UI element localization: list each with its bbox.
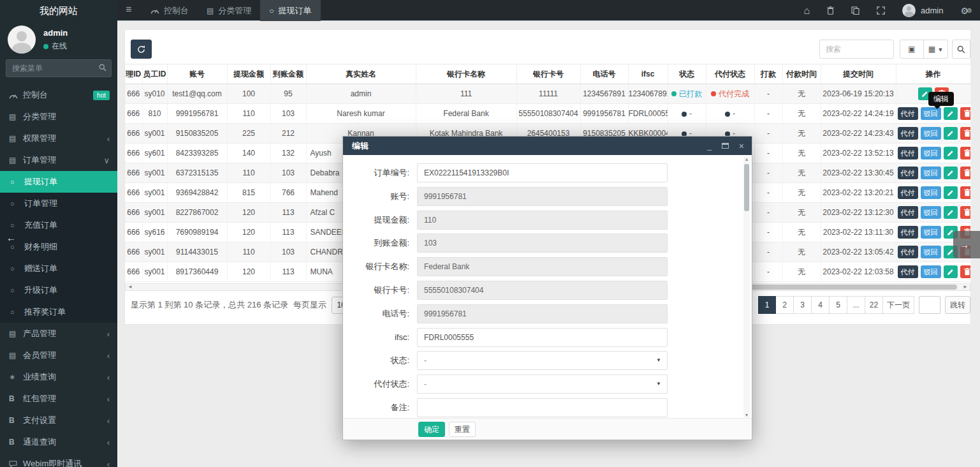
field-input-备注:[interactable] (417, 398, 668, 417)
sidebar-item-充值订单[interactable]: ○充值订单 (0, 214, 117, 236)
modal-scrollbar[interactable]: ▲ ▼ (743, 157, 750, 417)
clipboard-icon[interactable] (851, 6, 859, 15)
sidebar-item-财务明细[interactable]: ○财务明细 (0, 236, 117, 258)
table-search-input[interactable] (819, 40, 894, 59)
jump-button[interactable]: 跳转 (945, 296, 970, 314)
edit-button[interactable] (944, 206, 958, 219)
delete-button[interactable] (960, 147, 971, 159)
modal-header[interactable]: 编辑 _ × (343, 137, 752, 155)
daifu-button[interactable]: 代付 (898, 107, 918, 120)
fullscreen-icon[interactable] (877, 6, 885, 15)
column-header-电话号[interactable]: 电话号 (580, 64, 628, 84)
sidebar-item-业绩查询[interactable]: ∗业绩查询‹ (0, 366, 117, 388)
column-header-银行卡名称[interactable]: 银行卡名称 (416, 64, 516, 84)
bohui-button[interactable]: 驳回 (921, 107, 941, 120)
sidebar-search-input[interactable] (6, 59, 112, 77)
column-header-ifsc[interactable]: ifsc (628, 64, 668, 84)
trash-icon[interactable] (827, 6, 834, 15)
columns-button[interactable]: ▦ ▼ (924, 40, 948, 59)
sidebar-item-推荐奖订单[interactable]: ○推荐奖订单 (0, 301, 117, 323)
sidebar-item-红包管理[interactable]: B红包管理‹ (0, 388, 117, 410)
column-header-操作[interactable]: 操作 (896, 64, 970, 84)
sidebar-item-控制台[interactable]: 控制台hot (0, 84, 117, 106)
daifu-button[interactable]: 代付 (898, 167, 918, 179)
delete-button[interactable] (960, 186, 971, 199)
edit-button[interactable] (944, 127, 958, 140)
page-button-5[interactable]: 5 (830, 296, 847, 314)
bohui-button[interactable]: 驳回 (921, 265, 941, 278)
edit-button[interactable] (944, 265, 958, 278)
close-icon[interactable]: × (739, 142, 744, 151)
menu-toggle-icon[interactable]: ≡ (126, 4, 131, 15)
sidebar-item-订单管理[interactable]: ▤订单管理∨ (0, 149, 117, 171)
tab-控制台[interactable]: 控制台 (142, 0, 198, 21)
page-button-22[interactable]: 22 (865, 296, 883, 314)
reset-button[interactable]: 重置 (449, 422, 476, 437)
tab-分类管理[interactable]: ▤分类管理 (198, 0, 260, 21)
sidebar-item-通道查询[interactable]: B通道查询‹ (0, 431, 117, 453)
scroll-down-icon[interactable]: ▼ (743, 413, 750, 417)
bohui-button[interactable]: 驳回 (921, 127, 941, 140)
delete-button[interactable] (960, 127, 971, 140)
delete-button[interactable] (960, 206, 971, 219)
home-icon[interactable]: ⌂ (803, 5, 810, 17)
column-header-打款[interactable]: 打款 (754, 64, 782, 84)
search-button[interactable] (952, 40, 970, 59)
sidebar-item-分类管理[interactable]: ▤分类管理 (0, 106, 117, 128)
daifu-button[interactable]: 代付 (898, 147, 918, 159)
page-button-3[interactable]: 3 (794, 296, 812, 314)
column-header-付款时间[interactable]: 付款时间 (782, 64, 821, 84)
bohui-button[interactable]: 驳回 (921, 186, 941, 199)
edit-button[interactable] (944, 167, 958, 179)
field-input-ifsc:[interactable] (417, 328, 668, 347)
bohui-button[interactable]: 驳回 (921, 206, 941, 219)
search-icon[interactable] (99, 64, 106, 71)
daifu-button[interactable]: 代付 (898, 246, 918, 258)
next-page-button[interactable]: 下一页 (883, 296, 914, 314)
column-header-员工ID[interactable]: 员工ID (142, 64, 167, 84)
column-header-代付状态[interactable]: 代付状态 (706, 64, 754, 84)
daifu-button[interactable]: 代付 (898, 186, 918, 199)
minimize-icon[interactable]: _ (707, 142, 712, 150)
toggle-pagination-button[interactable]: ▣ (900, 40, 924, 59)
field-select-状态:[interactable]: -▼ (417, 351, 668, 370)
scroll-right-icon[interactable]: ► (963, 284, 968, 290)
daifu-button[interactable]: 代付 (898, 265, 918, 278)
field-input-订单编号:[interactable] (417, 163, 668, 182)
column-header-到账金额[interactable]: 到账金额 (270, 64, 306, 84)
daifu-button[interactable]: 代付 (898, 127, 918, 140)
field-select-代付状态:[interactable]: -▼ (417, 374, 668, 394)
sidebar-item-产品管理[interactable]: ▤产品管理‹ (0, 323, 117, 345)
sidebar-item-会员管理[interactable]: ▤会员管理‹ (0, 345, 117, 366)
scroll-left-icon[interactable]: ◄ (128, 284, 133, 290)
jump-page-input[interactable] (919, 296, 940, 314)
column-header-提现金额[interactable]: 提现金额 (227, 64, 270, 84)
page-button-4[interactable]: 4 (812, 296, 830, 314)
sidebar-item-Webim即时通讯[interactable]: Webim即时通讯‹ (0, 453, 117, 467)
back-arrow-icon[interactable]: ← (6, 232, 16, 243)
column-header-状态[interactable]: 状态 (668, 64, 706, 84)
sidebar-item-升级订单[interactable]: ○升级订单 (0, 279, 117, 301)
page-button-2[interactable]: 2 (776, 296, 794, 314)
bohui-button[interactable]: 驳回 (921, 246, 941, 258)
column-header-提交时间[interactable]: 提交时间 (821, 64, 896, 84)
daifu-button[interactable]: 代付 (898, 226, 918, 239)
edit-button[interactable] (944, 107, 958, 120)
sidebar-item-订单管理[interactable]: ○订单管理 (0, 193, 117, 214)
sidebar-item-提现订单[interactable]: ○提现订单 (0, 171, 117, 193)
bohui-button[interactable]: 驳回 (921, 167, 941, 179)
edit-button[interactable] (944, 147, 958, 159)
column-header-银行卡号[interactable]: 银行卡号 (516, 64, 580, 84)
topbar-user[interactable]: admin (902, 4, 943, 17)
modal-scrollbar-thumb[interactable] (744, 164, 749, 211)
column-header-真实姓名[interactable]: 真实姓名 (306, 64, 416, 84)
maximize-icon[interactable] (722, 143, 729, 149)
confirm-button[interactable]: 确定 (418, 422, 445, 437)
daifu-button[interactable]: 代付 (898, 206, 918, 219)
page-button-1[interactable]: 1 (758, 296, 776, 314)
column-header-账号[interactable]: 账号 (167, 64, 227, 84)
column-header-理ID[interactable]: 理ID (125, 64, 142, 84)
edit-button[interactable] (944, 186, 958, 199)
bohui-button[interactable]: 驳回 (921, 147, 941, 159)
gears-icon[interactable]: ⚙⚙ (960, 6, 972, 16)
